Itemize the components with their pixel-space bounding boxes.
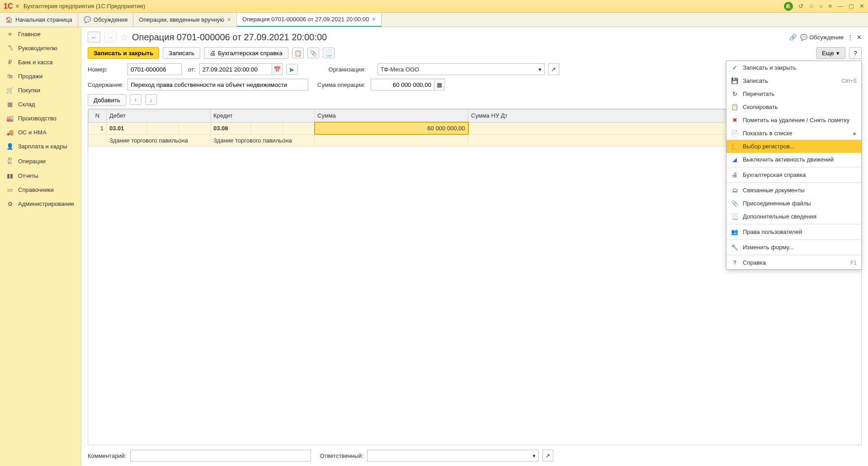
menu-item[interactable]: ?СправкаF1: [726, 256, 861, 269]
hamburger-icon[interactable]: ≡: [15, 3, 19, 10]
tab-label: Обсуждения: [94, 16, 128, 23]
tab-operation-detail[interactable]: Операция 0701-000006 от 27.09.2021 20:00…: [237, 13, 382, 27]
col-credit[interactable]: Кредит: [211, 109, 315, 123]
circle-icon[interactable]: ○: [820, 3, 823, 10]
menu-item[interactable]: 👥Права пользователей: [726, 225, 861, 238]
col-sum[interactable]: Сумма: [315, 109, 468, 123]
close-tab-icon[interactable]: ✕: [227, 17, 231, 23]
sidebar-label: Отчеты: [18, 172, 38, 179]
attach-button[interactable]: 📎: [307, 48, 319, 58]
sidebar-item-purchases[interactable]: 🛒Покупки: [0, 83, 81, 97]
responsible-open-button[interactable]: ↗: [542, 450, 553, 461]
responsible-label: Ответственный:: [320, 452, 363, 459]
menu-icon: 📒: [731, 143, 738, 150]
link-icon[interactable]: 🔗: [789, 34, 797, 41]
maximize-icon[interactable]: ▢: [849, 3, 854, 10]
menu-item[interactable]: 📃Дополнительные сведения: [726, 210, 861, 223]
minimize-icon[interactable]: —: [837, 3, 843, 10]
menu-item[interactable]: 💾ЗаписатьCtrl+S: [726, 74, 861, 87]
kebab-icon[interactable]: ⋮: [847, 34, 853, 41]
tabbar: 🏠 Начальная страница 💬 Обсуждения Операц…: [0, 13, 868, 27]
org-open-button[interactable]: ↗: [548, 63, 559, 75]
comment-input[interactable]: [130, 450, 311, 461]
number-input[interactable]: [127, 63, 182, 75]
cell-credit-desc: Здание торгового павильона: [211, 134, 315, 146]
sidebar-item-admin[interactable]: ✿Администрирование: [0, 197, 81, 211]
toolbar: Записать и закрыть Записать 🖨 Бухгалтерс…: [88, 47, 862, 59]
col-n[interactable]: N: [89, 109, 107, 123]
tab-operations-list[interactable]: Операции, введенные вручную ✕: [133, 13, 237, 27]
menu-item[interactable]: ◢Выключить активность движений: [726, 153, 861, 166]
menu-item[interactable]: ✖Пометить на удаление / Снять пометку: [726, 114, 861, 127]
cell-credit-acc: 03.08: [211, 122, 251, 134]
menu-item[interactable]: ↻Перечитать: [726, 87, 861, 100]
menu-item[interactable]: 🖨Бухгалтерская справка: [726, 168, 861, 181]
report-button[interactable]: 🖨 Бухгалтерская справка: [204, 47, 288, 59]
save-close-button[interactable]: Записать и закрыть: [88, 47, 159, 59]
close-window-icon[interactable]: ✕: [859, 3, 864, 10]
org-select[interactable]: ТФ-Мега ООО ▾: [377, 63, 545, 75]
barchart-icon: ▮▮: [6, 172, 14, 179]
nav-back-button[interactable]: ←: [88, 32, 100, 43]
sidebar-item-reports[interactable]: ▮▮Отчеты: [0, 169, 81, 183]
sidebar-label: Производство: [18, 115, 57, 122]
menu-label: Выбор регистров...: [743, 143, 795, 150]
sum-input[interactable]: [371, 79, 434, 90]
menu-item[interactable]: 📄Показать в списке▸: [726, 127, 861, 140]
history-icon[interactable]: ↺: [798, 3, 803, 10]
sidebar-item-hr[interactable]: 👤Зарплата и кадры: [0, 139, 81, 153]
tab-discussions[interactable]: 💬 Обсуждения: [78, 13, 134, 27]
tab-home[interactable]: 🏠 Начальная страница: [0, 13, 78, 27]
bag-icon: 🛍: [6, 73, 14, 80]
menu-icon: 📃: [731, 213, 738, 220]
menu-item[interactable]: 📎Присоединенные файлы: [726, 197, 861, 210]
gear-icon: ✿: [6, 200, 14, 207]
sidebar-item-operations[interactable]: ДтКтОперации: [0, 153, 81, 169]
notifications-icon[interactable]: 🔔: [784, 2, 793, 11]
responsible-select[interactable]: ▾: [367, 450, 539, 461]
move-up-button[interactable]: ↑: [130, 94, 142, 105]
menu-item[interactable]: 🗂Связанные документы: [726, 184, 861, 197]
menu-item[interactable]: ✔Записать и закрыть: [726, 61, 861, 74]
sidebar-item-manager[interactable]: 〽Руководителю: [0, 41, 81, 55]
settings-icon[interactable]: ≡: [828, 3, 832, 10]
sidebar-item-catalogs[interactable]: ▭Справочники: [0, 183, 81, 197]
cell-credit-sub1: [251, 122, 283, 134]
close-page-icon[interactable]: ✕: [857, 34, 862, 41]
date-label: от:: [188, 66, 196, 73]
date-input[interactable]: [199, 63, 272, 75]
menu-item[interactable]: 📒Выбор регистров...: [726, 140, 861, 153]
discuss-button[interactable]: 💬 Обсуждение: [800, 34, 844, 41]
menu-item[interactable]: 🔧Изменить форму...: [726, 241, 861, 254]
sum-label: Сумма операции:: [317, 81, 367, 88]
calc-icon[interactable]: ▦: [434, 79, 445, 90]
info-button[interactable]: 📃: [323, 48, 335, 58]
star-icon[interactable]: ☆: [809, 3, 814, 10]
more-button[interactable]: Еще ▾: [816, 47, 845, 59]
sidebar-item-production[interactable]: 🏭Производство: [0, 111, 81, 125]
sidebar-item-main[interactable]: ≡Главное: [0, 27, 81, 41]
cell-sum[interactable]: 60 000 000,00: [315, 122, 468, 134]
menu-label: Присоединенные файлы: [743, 200, 811, 207]
col-debit[interactable]: Дебет: [107, 109, 211, 123]
sidebar-item-warehouse[interactable]: ▦Склад: [0, 97, 81, 111]
sidebar-item-assets[interactable]: 🚚ОС и НМА: [0, 125, 81, 139]
save-button[interactable]: Записать: [163, 47, 200, 59]
close-tab-icon[interactable]: ✕: [372, 16, 376, 22]
content-input[interactable]: [127, 79, 308, 90]
favorite-star-icon[interactable]: ☆: [120, 32, 128, 43]
nav-forward-button[interactable]: →: [104, 32, 117, 43]
help-button[interactable]: ?: [849, 47, 862, 59]
sidebar-item-bank[interactable]: ₽Банк и касса: [0, 55, 81, 69]
menu-label: Скопировать: [743, 104, 778, 110]
move-down-button[interactable]: ↓: [145, 94, 157, 105]
menu-item[interactable]: 📋Скопировать: [726, 100, 861, 114]
calendar-icon[interactable]: 📅: [272, 63, 283, 75]
copy-button[interactable]: 📋: [292, 48, 304, 58]
add-row-button[interactable]: Добавить: [88, 94, 126, 106]
post-button[interactable]: ▶: [286, 64, 298, 75]
sidebar-item-sales[interactable]: 🛍Продажи: [0, 69, 81, 83]
chevron-down-icon: ▾: [533, 452, 536, 459]
menu-icon: ◢: [731, 156, 738, 163]
cell-empty: [315, 134, 468, 146]
